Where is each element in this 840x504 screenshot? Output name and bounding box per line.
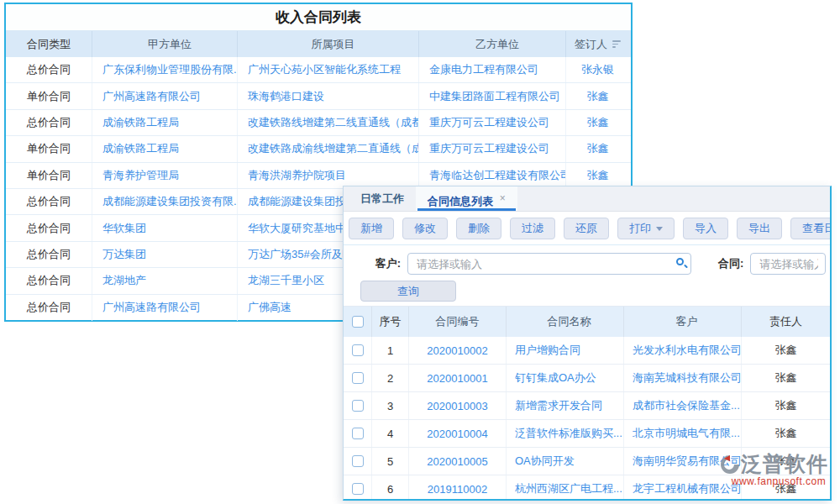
col-contract-name[interactable]: 合同名称: [507, 307, 624, 337]
col-project[interactable]: 所属项目: [238, 31, 419, 57]
sort-icon[interactable]: [612, 40, 621, 48]
col-no[interactable]: 序号: [372, 307, 409, 337]
income-table-header: 合同类型 甲方单位 所属项目 乙方单位 签订人: [6, 31, 631, 57]
contract-label: 合同:: [718, 256, 743, 271]
cell-signer[interactable]: 张鑫: [566, 83, 629, 108]
select-all-checkbox[interactable]: [352, 316, 364, 328]
col-party-b[interactable]: 乙方单位: [419, 31, 566, 57]
cell-name[interactable]: 钉钉集成OA办公: [507, 365, 624, 391]
cell-no: 2: [372, 365, 409, 391]
col-contract-code[interactable]: 合同编号: [409, 307, 507, 337]
cell-type: 总价合同: [6, 295, 92, 321]
cell-code[interactable]: 2020010004: [409, 420, 507, 447]
row-checkbox[interactable]: [352, 483, 364, 495]
cell-customer[interactable]: 成都市社会保险基金...: [624, 392, 742, 419]
cell-party-a[interactable]: 成渝铁路工程局: [92, 110, 238, 135]
cell-party-a[interactable]: 青海养护管理局: [92, 163, 238, 188]
cell-party-b[interactable]: 重庆万可云工程建设公司: [419, 136, 566, 161]
cell-no: 1: [372, 337, 409, 364]
cell-signer[interactable]: 张永银: [566, 57, 629, 82]
cell-code[interactable]: 2020010001: [409, 365, 507, 391]
cell-code[interactable]: 2020010002: [409, 337, 507, 364]
cell-customer[interactable]: 海南明华贸易有限公司: [624, 448, 742, 475]
table-row[interactable]: 3 2020010003 新增需求开发合同 成都市社会保险基金... 张鑫: [344, 392, 830, 420]
cell-owner: 张鑫: [742, 475, 830, 501]
cell-party-a[interactable]: 成都能源建设集团投资有限...: [92, 189, 238, 214]
cell-type: 单价合同: [6, 163, 92, 188]
cell-project[interactable]: 青海洪湖养护院项目: [238, 163, 419, 188]
cell-signer[interactable]: 张鑫: [566, 110, 629, 135]
cell-name[interactable]: 用户增购合同: [507, 337, 624, 364]
row-checkbox[interactable]: [352, 455, 364, 467]
export-button[interactable]: 导出: [737, 218, 782, 239]
cell-party-a[interactable]: 成渝铁路工程局: [92, 136, 238, 161]
table-row[interactable]: 2 2020010001 钉钉集成OA办公 海南芜城科技有限公司 张鑫: [344, 365, 830, 392]
cell-project[interactable]: 广州天心苑小区智能化系统工程: [238, 57, 419, 82]
restore-button[interactable]: 还原: [564, 218, 609, 239]
tab-daily-work[interactable]: 日常工作: [349, 186, 416, 211]
cell-customer[interactable]: 北京市明城电气有限...: [624, 420, 742, 447]
cell-project[interactable]: 改建铁路线增建第二线直通线（成都-...: [238, 110, 419, 135]
table-row[interactable]: 4 2020010004 泛普软件标准版购买... 北京市明城电气有限... 张…: [344, 420, 830, 448]
cell-owner: 张鑫: [742, 392, 830, 419]
table-row[interactable]: 总价合同 广东保利物业管理股份有限... 广州天心苑小区智能化系统工程 金康电力…: [6, 57, 631, 83]
contract-input[interactable]: [750, 253, 826, 275]
search-icon[interactable]: [676, 258, 684, 265]
close-icon[interactable]: ×: [500, 192, 506, 204]
cell-name[interactable]: 杭州西湖区广电工程...: [507, 475, 624, 501]
row-checkbox[interactable]: [352, 372, 364, 384]
table-row[interactable]: 1 2020010002 用户增购合同 光发水利水电有限公司 张鑫: [344, 337, 830, 365]
row-checkbox[interactable]: [352, 428, 364, 439]
cell-name[interactable]: 泛普软件标准版购买...: [507, 420, 624, 447]
cell-project[interactable]: 改建铁路成渝线增建第二直通线（成...: [238, 136, 419, 161]
col-customer[interactable]: 客户: [624, 307, 742, 337]
page-title: 收入合同列表: [6, 4, 631, 31]
table-row[interactable]: 单价合同 成渝铁路工程局 改建铁路成渝线增建第二直通线（成... 重庆万可云工程…: [6, 136, 631, 162]
cell-party-a[interactable]: 龙湖地产: [92, 268, 238, 293]
cell-project[interactable]: 珠海鹤港口建设: [238, 83, 419, 108]
import-button[interactable]: 导入: [683, 218, 728, 239]
cell-signer[interactable]: 张鑫: [566, 136, 629, 161]
edit-button[interactable]: 修改: [402, 218, 448, 239]
cell-customer[interactable]: 海南芜城科技有限公司: [624, 365, 742, 391]
table-row[interactable]: 6 2019110002 杭州西湖区广电工程... 龙宇工程机械有限公司 张鑫: [344, 475, 830, 501]
cell-name[interactable]: OA协同开发: [507, 448, 624, 475]
cell-customer[interactable]: 龙宇工程机械有限公司: [624, 475, 742, 501]
table-row[interactable]: 单价合同 广州高速路有限公司 珠海鹤港口建设 中建集团路面工程有限公司 张鑫: [6, 83, 631, 109]
cell-party-a[interactable]: 广东保利物业管理股份有限...: [92, 57, 238, 82]
view-log-button[interactable]: 查看日志: [790, 218, 832, 239]
cell-signer[interactable]: 张鑫: [566, 163, 629, 188]
customer-input[interactable]: [407, 253, 691, 275]
col-signer[interactable]: 签订人: [566, 31, 629, 57]
cell-customer[interactable]: 光发水利水电有限公司: [624, 337, 742, 364]
col-owner[interactable]: 责任人: [742, 307, 830, 337]
filter-button[interactable]: 过滤: [510, 218, 555, 239]
print-button[interactable]: 打印: [617, 218, 675, 239]
col-contract-type[interactable]: 合同类型: [6, 31, 92, 57]
cell-party-a[interactable]: 广州高速路有限公司: [92, 295, 238, 321]
cell-code[interactable]: 2019110002: [409, 475, 507, 501]
cell-party-a[interactable]: 华软集团: [92, 215, 238, 240]
cell-no: 6: [372, 475, 409, 501]
cell-party-b[interactable]: 金康电力工程有限公司: [419, 57, 566, 82]
table-row[interactable]: 5 2020010005 OA协同开发 海南明华贸易有限公司 张鑫: [344, 448, 830, 475]
contract-input-wrap: [750, 253, 826, 275]
cell-party-b[interactable]: 青海临达创工程建设有限公司: [419, 163, 566, 188]
cell-name[interactable]: 新增需求开发合同: [507, 392, 624, 419]
contract-info-window: 日常工作 合同信息列表 × 新增 修改 删除 过滤 还原 打印 导入 导出 查看…: [343, 186, 832, 501]
row-checkbox[interactable]: [352, 400, 364, 412]
cell-party-b[interactable]: 重庆万可云工程建设公司: [419, 110, 566, 135]
cell-code[interactable]: 2020010003: [409, 392, 507, 419]
add-button[interactable]: 新增: [349, 218, 394, 239]
row-checkbox[interactable]: [352, 344, 364, 356]
col-party-a[interactable]: 甲方单位: [92, 31, 238, 57]
cell-party-a[interactable]: 万达集团: [92, 242, 238, 267]
table-row[interactable]: 总价合同 成渝铁路工程局 改建铁路线增建第二线直通线（成都-... 重庆万可云工…: [6, 110, 631, 136]
cell-party-a[interactable]: 广州高速路有限公司: [92, 83, 238, 108]
cell-code[interactable]: 2020010005: [409, 448, 507, 475]
query-button[interactable]: 查询: [360, 281, 456, 302]
tab-contract-info-list[interactable]: 合同信息列表 ×: [416, 186, 517, 211]
delete-button[interactable]: 删除: [456, 218, 501, 239]
cell-party-b[interactable]: 中建集团路面工程有限公司: [419, 83, 566, 108]
customer-label: 客户:: [344, 256, 401, 271]
